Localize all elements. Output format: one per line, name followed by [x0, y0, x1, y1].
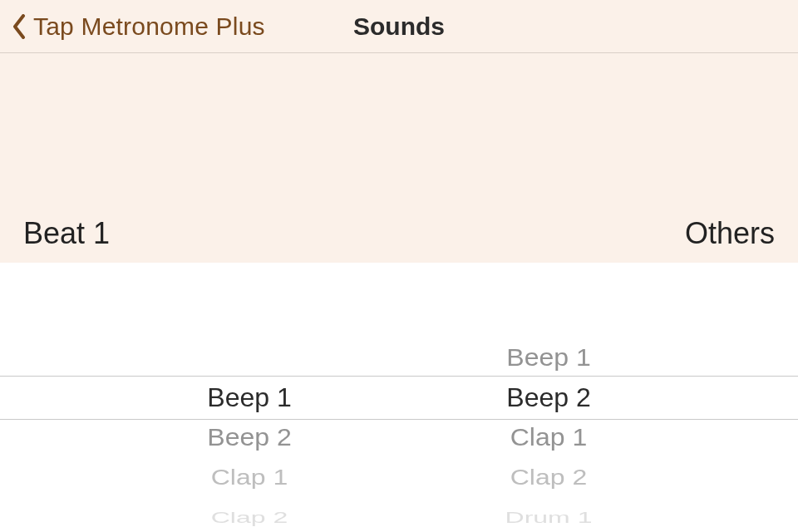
page-title: Sounds — [353, 12, 445, 41]
back-label: Tap Metronome Plus — [33, 12, 265, 41]
chevron-left-icon — [12, 14, 27, 39]
picker-option[interactable]: Clap 2 — [457, 467, 640, 488]
column-label-others: Others — [685, 216, 775, 251]
subheader-area: Beat 1 Others — [0, 53, 798, 263]
picker-column-beat1[interactable]: Beep 1Beep 2Clap 1Clap 2 — [158, 263, 341, 532]
picker-option[interactable]: Clap 1 — [457, 425, 640, 449]
picker-option[interactable]: Beep 1 — [457, 345, 640, 369]
column-label-beat1: Beat 1 — [23, 216, 110, 251]
picker-option[interactable]: Beep 2 — [158, 425, 341, 449]
picker-option[interactable]: Beep 2 — [457, 384, 640, 411]
back-button[interactable]: Tap Metronome Plus — [0, 12, 265, 41]
subheader-row: Beat 1 Others — [0, 216, 798, 251]
picker-option[interactable]: Drum 1 — [457, 509, 640, 525]
picker-option[interactable]: Clap 1 — [158, 467, 341, 488]
navbar: Tap Metronome Plus Sounds — [0, 0, 798, 53]
picker-option[interactable]: Clap 2 — [158, 509, 341, 525]
picker-option[interactable]: Beep 1 — [158, 384, 341, 411]
picker-column-others[interactable]: Beep 1Beep 2Clap 1Clap 2Drum 1 — [457, 263, 640, 532]
picker-area: Beep 1Beep 2Clap 1Clap 2 Beep 1Beep 2Cla… — [0, 263, 798, 532]
